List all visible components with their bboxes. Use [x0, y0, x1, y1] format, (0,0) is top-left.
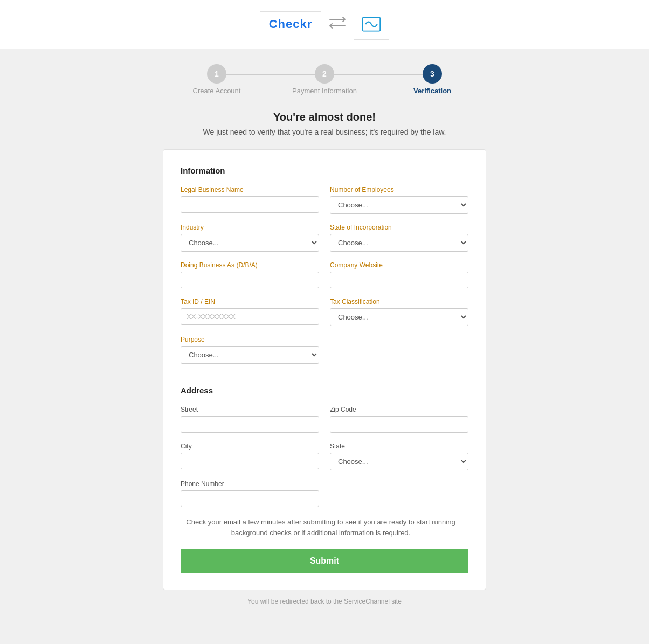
company-website-input[interactable] [330, 272, 468, 288]
tax-id-label: Tax ID / EIN [181, 298, 319, 306]
row-city-state: City State Choose... ALAKAZAR CACOCTDE F… [181, 442, 468, 470]
group-num-employees: Number of Employees Choose... 1-10 11-50… [330, 186, 468, 214]
row-purpose: Purpose Choose... Employment Tenant Scre… [181, 336, 468, 364]
arrows-icon [328, 15, 347, 33]
num-employees-select[interactable]: Choose... 1-10 11-50 51-200 201-500 500+ [330, 196, 468, 214]
legal-business-name-label: Legal Business Name [181, 186, 319, 193]
main-content: You're almost done! We just need to veri… [0, 106, 649, 621]
address-section-title: Address [181, 386, 468, 395]
row-phone: Phone Number [181, 480, 468, 507]
state-incorporation-select[interactable]: Choose... CA NY TX FL DE [330, 234, 468, 252]
tax-id-input[interactable] [181, 308, 319, 325]
num-employees-label: Number of Employees [330, 186, 468, 193]
group-city: City [181, 442, 319, 470]
group-dba: Doing Business As (D/B/A) [181, 261, 319, 288]
submit-button[interactable]: Submit [181, 549, 468, 573]
redirect-notice: You will be redirected back to the Servi… [247, 598, 402, 605]
purpose-label: Purpose [181, 336, 319, 343]
group-state: State Choose... ALAKAZAR CACOCTDE FLGAHI… [330, 442, 468, 470]
city-input[interactable] [181, 453, 319, 469]
step-3-circle: 3 [423, 64, 442, 84]
street-input[interactable] [181, 416, 319, 433]
group-tax-classification: Tax Classification Choose... Individual/… [330, 298, 468, 326]
tax-classification-label: Tax Classification [330, 298, 468, 306]
company-website-label: Company Website [330, 261, 468, 269]
row-name-employees: Legal Business Name Number of Employees … [181, 186, 468, 214]
dba-input[interactable] [181, 272, 319, 288]
industry-select[interactable]: Choose... Technology Healthcare Finance … [181, 234, 319, 252]
tax-classification-select[interactable]: Choose... Individual/Sole Proprietor C C… [330, 308, 468, 326]
phone-input[interactable] [181, 490, 319, 507]
header: Checkr [0, 0, 649, 49]
step-2-label: Payment Information [292, 87, 357, 95]
step-2: 2 Payment Information [271, 64, 378, 95]
row-street-zip: Street Zip Code [181, 406, 468, 433]
group-website: Company Website [330, 261, 468, 288]
group-purpose: Purpose Choose... Employment Tenant Scre… [181, 336, 319, 364]
service-channel-logo [354, 9, 389, 40]
city-label: City [181, 442, 319, 450]
street-label: Street [181, 406, 319, 413]
form-card: Information Legal Business Name Number o… [163, 149, 486, 590]
step-2-circle: 2 [315, 64, 334, 84]
page-title: You're almost done! [273, 111, 376, 123]
step-1-circle: 1 [207, 64, 226, 84]
dba-label: Doing Business As (D/B/A) [181, 261, 319, 269]
row-dba-website: Doing Business As (D/B/A) Company Websit… [181, 261, 468, 288]
page-subtitle: We just need to verify that you're a rea… [203, 128, 446, 136]
step-3-label: Verification [413, 87, 451, 95]
progress-steps: 1 Create Account 2 Payment Information 3… [0, 49, 649, 106]
group-phone: Phone Number [181, 480, 319, 507]
state-incorporation-label: State of Incorporation [330, 224, 468, 231]
group-street: Street [181, 406, 319, 433]
legal-business-name-input[interactable] [181, 196, 319, 213]
group-zip: Zip Code [330, 406, 468, 433]
state-select[interactable]: Choose... ALAKAZAR CACOCTDE FLGAHIID ILI… [330, 453, 468, 470]
zip-code-label: Zip Code [330, 406, 468, 413]
checkr-logo: Checkr [260, 11, 322, 37]
row-industry-state: Industry Choose... Technology Healthcare… [181, 224, 468, 252]
info-section-title: Information [181, 166, 468, 175]
step-3: 3 Verification [378, 64, 486, 95]
notice-text: Check your email a few minutes after sub… [181, 517, 461, 538]
industry-label: Industry [181, 224, 319, 231]
step-1: 1 Create Account [163, 64, 271, 95]
purpose-select[interactable]: Choose... Employment Tenant Screening Bu… [181, 346, 319, 364]
step-1-label: Create Account [193, 87, 241, 95]
zip-code-input[interactable] [330, 416, 468, 433]
phone-label: Phone Number [181, 480, 319, 488]
group-state-incorporation: State of Incorporation Choose... CA NY T… [330, 224, 468, 252]
group-legal-name: Legal Business Name [181, 186, 319, 214]
section-divider [181, 375, 468, 375]
group-tax-id: Tax ID / EIN [181, 298, 319, 326]
group-industry: Industry Choose... Technology Healthcare… [181, 224, 319, 252]
row-taxid-classification: Tax ID / EIN Tax Classification Choose..… [181, 298, 468, 326]
state-label: State [330, 442, 468, 450]
